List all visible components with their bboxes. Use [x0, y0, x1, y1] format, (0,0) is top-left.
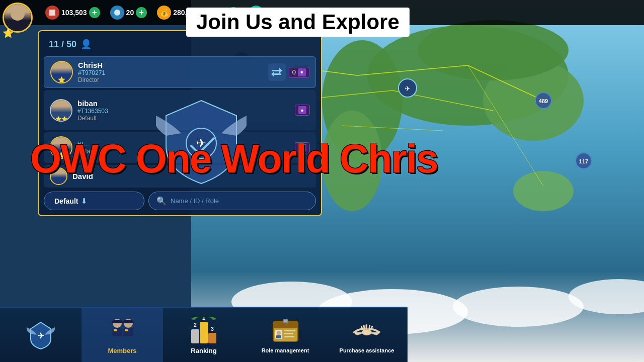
panel-header: 11 / 50 👤: [44, 36, 316, 52]
member-count-value: 11 / 50: [49, 39, 76, 50]
sort-button[interactable]: Default ⬇: [44, 192, 144, 210]
score-value-1: 0: [292, 68, 296, 76]
svg-text:2: 2: [194, 322, 197, 328]
svg-rect-47: [191, 329, 199, 343]
resource-section-2: 20 +: [110, 6, 147, 20]
score-badge-2: ■: [295, 105, 310, 116]
nav-item-role-management[interactable]: Role management: [245, 308, 326, 362]
banner-text: Join Us and Explore: [196, 10, 399, 34]
nav-item-ranking[interactable]: 2 1 3 Ranking: [163, 308, 245, 362]
nav-icon-purchase: [352, 316, 382, 346]
svg-marker-33: [271, 71, 274, 77]
svg-rect-45: [114, 329, 117, 331]
resource-value-1: 103,503: [61, 9, 87, 17]
svg-text:489: 489: [539, 98, 548, 104]
transfer-button[interactable]: [268, 63, 286, 81]
player-star: ⭐: [3, 28, 14, 39]
nav-label-purchase: Purchase assistance: [340, 347, 394, 353]
svg-text:1: 1: [202, 317, 206, 321]
svg-rect-59: [284, 333, 293, 334]
member-count: 11 / 50 👤: [49, 39, 92, 50]
avatar: ⭐: [50, 61, 73, 83]
search-placeholder: Name / ID / Role: [171, 197, 219, 205]
svg-point-29: [114, 10, 120, 16]
svg-rect-62: [284, 320, 287, 322]
nav-icon-ranking: 2 1 3: [189, 316, 219, 346]
nav-label-role: Role management: [262, 347, 309, 353]
svg-rect-57: [276, 335, 281, 338]
member-name-1: ChrisH: [78, 61, 263, 69]
member-id-1: #T970271: [78, 69, 263, 76]
member-info-1: ChrisH #T970271 Director: [78, 61, 263, 83]
sort-label: Default: [54, 197, 78, 205]
svg-rect-58: [284, 330, 295, 331]
avatar: ⭐⭐: [50, 99, 72, 122]
purple-badge-icon-2: ■: [298, 106, 306, 114]
svg-rect-46: [125, 329, 128, 331]
resource-add-2[interactable]: +: [136, 7, 147, 18]
bottom-nav: ✈ Members: [0, 307, 408, 362]
resource-section-1: 103,503 +: [45, 6, 100, 20]
nav-item-members[interactable]: Members: [82, 308, 163, 362]
svg-rect-48: [200, 322, 208, 343]
member-actions-1: 0 ■: [268, 63, 309, 81]
resource-icon-1: [45, 6, 59, 20]
svg-point-63: [362, 329, 371, 335]
nav-icon-members: [107, 316, 137, 346]
svg-rect-44: [123, 321, 134, 323]
resource-icon-3: 💰: [157, 6, 171, 20]
svg-point-5: [418, 20, 569, 80]
svg-rect-28: [49, 10, 55, 16]
panel-controls: Default ⬇ 🔍 Name / ID / Role: [44, 192, 316, 210]
resource-value-2: 20: [126, 9, 134, 17]
svg-rect-42: [123, 328, 133, 336]
main-overlay-text: OWC One World Chris: [30, 136, 437, 182]
svg-text:✈: ✈: [37, 331, 45, 341]
purple-badge-icon: ■: [298, 68, 306, 76]
svg-text:117: 117: [579, 158, 588, 164]
member-actions-2: ■: [295, 105, 310, 116]
star-icon: ⭐: [58, 76, 65, 83]
nav-label-ranking: Ranking: [191, 347, 216, 354]
svg-point-56: [277, 331, 281, 335]
search-bar[interactable]: 🔍 Name / ID / Role: [148, 192, 316, 210]
search-icon: 🔍: [156, 196, 167, 206]
svg-point-25: [453, 287, 584, 327]
nav-icon-alliance: ✈: [26, 320, 56, 350]
table-row[interactable]: ⭐ ChrisH #T970271 Director: [44, 56, 316, 88]
star-icon: ⭐⭐: [55, 116, 67, 122]
resource-icon-2: [110, 6, 124, 20]
svg-marker-32: [279, 68, 282, 73]
score-badge-1: 0 ■: [289, 67, 309, 78]
svg-point-6: [513, 171, 574, 211]
svg-rect-49: [208, 333, 216, 343]
svg-rect-38: [112, 328, 122, 336]
overlay-text: OWC One World Chris: [30, 136, 437, 181]
svg-text:✈: ✈: [405, 84, 411, 93]
nav-item-alliance[interactable]: ✈: [0, 308, 82, 362]
resource-add-1[interactable]: +: [89, 7, 100, 18]
nav-label-members: Members: [108, 347, 136, 354]
join-banner: Join Us and Explore: [186, 8, 410, 37]
member-count-icon: 👤: [80, 39, 92, 50]
svg-text:3: 3: [211, 326, 214, 332]
nav-icon-role: [270, 316, 300, 346]
nav-item-purchase[interactable]: Purchase assistance: [326, 308, 408, 362]
svg-rect-40: [112, 321, 123, 323]
svg-rect-60: [284, 336, 294, 337]
member-role-1: Director: [78, 76, 263, 83]
sort-icon: ⬇: [81, 197, 87, 205]
